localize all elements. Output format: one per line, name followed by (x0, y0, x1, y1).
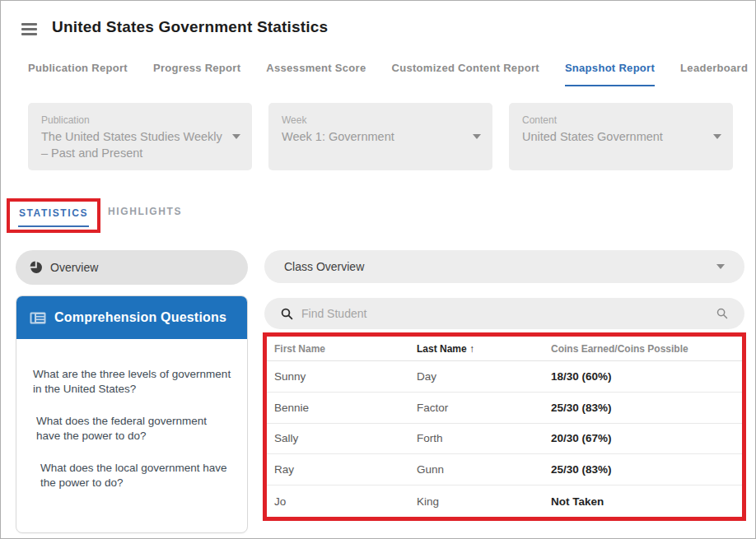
publication-dropdown-label: Publication (41, 114, 224, 126)
question-item[interactable]: What are the three levels of government … (33, 367, 232, 397)
content-dropdown-value: United States Government (522, 129, 705, 146)
cell-first-name: Bennie (274, 402, 417, 414)
cell-coins: 18/30 (60%) (551, 370, 742, 383)
comprehension-questions-card: Comprehension Questions What are the thr… (16, 295, 248, 533)
filter-row: Publication The United States Studies We… (28, 103, 733, 170)
cell-first-name: Sally (274, 432, 417, 444)
tab-assessment-score[interactable]: Assessment Score (266, 62, 366, 86)
arrow-up-icon: ↑ (469, 343, 474, 355)
class-overview-dropdown-value: Class Overview (284, 260, 716, 273)
tab-statistics-label: STATISTICS (19, 207, 88, 219)
table-row[interactable]: Sally Forth 20/30 (67%) (267, 424, 742, 455)
cell-first-name: Sunny (274, 370, 417, 383)
cell-first-name: Ray (274, 463, 417, 476)
student-table-annotation-box: First Name Last Name ↑ Coins Earned/Coin… (263, 332, 746, 521)
tab-customized-content-report[interactable]: Customized Content Report (391, 62, 539, 86)
table-header-row: First Name Last Name ↑ Coins Earned/Coin… (267, 337, 742, 361)
comprehension-questions-header: Comprehension Questions (16, 296, 247, 339)
publication-dropdown[interactable]: Publication The United States Studies We… (28, 103, 252, 170)
week-dropdown[interactable]: Week Week 1: Government (268, 103, 492, 170)
tab-snapshot-report[interactable]: Snapshot Report (565, 62, 655, 86)
cell-last-name: King (417, 495, 551, 508)
report-tabbar: Publication Report Progress Report Asses… (28, 62, 748, 86)
content-dropdown[interactable]: Content United States Government (509, 103, 733, 170)
snapshot-report-page: United States Government Statistics Publ… (0, 0, 756, 539)
comprehension-questions-title: Comprehension Questions (54, 310, 226, 325)
cell-first-name: Jo (274, 495, 417, 508)
hamburger-icon[interactable] (21, 23, 37, 35)
week-dropdown-value: Week 1: Government (282, 129, 464, 146)
cell-last-name: Gunn (417, 463, 551, 476)
chevron-down-icon (232, 134, 240, 139)
find-student-input[interactable] (301, 307, 716, 320)
week-dropdown-label: Week (282, 114, 464, 126)
cell-coins: 25/30 (83%) (551, 402, 742, 414)
question-item[interactable]: What does the local government have the … (33, 461, 232, 490)
question-list: What are the three levels of government … (16, 339, 247, 490)
tab-statistics[interactable]: STATISTICS (10, 202, 97, 230)
magnifier-icon[interactable] (716, 308, 728, 319)
cell-last-name: Day (417, 370, 551, 383)
table-row[interactable]: Jo King Not Taken (267, 486, 742, 517)
cell-last-name: Factor (417, 402, 551, 414)
tab-publication-report[interactable]: Publication Report (28, 62, 128, 86)
statistics-tab-annotation-box: STATISTICS (7, 198, 100, 233)
publication-dropdown-value: The United States Studies Weekly – Past … (41, 129, 224, 161)
class-overview-dropdown[interactable]: Class Overview (264, 250, 744, 283)
content-dropdown-label: Content (522, 114, 705, 126)
cell-coins: 25/30 (83%) (551, 463, 742, 476)
pie-chart-icon (30, 261, 43, 274)
chevron-down-icon (713, 134, 721, 139)
cell-coins: 20/30 (67%) (551, 432, 742, 444)
magnifier-icon (281, 308, 293, 320)
column-header-first-name[interactable]: First Name (274, 343, 417, 355)
tab-progress-report[interactable]: Progress Report (153, 62, 240, 86)
table-row[interactable]: Sunny Day 18/30 (60%) (267, 361, 742, 393)
question-item[interactable]: What does the federal government have th… (33, 414, 232, 444)
cell-coins: Not Taken (551, 495, 742, 508)
tab-statistics-underline (18, 225, 89, 227)
student-search-bar (264, 298, 744, 329)
chevron-down-icon (716, 264, 725, 269)
overview-button-label: Overview (50, 261, 98, 274)
page-title: United States Government Statistics (52, 18, 328, 36)
chevron-down-icon (473, 134, 481, 139)
list-icon (30, 312, 46, 324)
cell-last-name: Forth (417, 432, 551, 444)
tab-highlights[interactable]: HIGHLIGHTS (108, 206, 182, 217)
column-header-last-name[interactable]: Last Name ↑ (417, 343, 551, 355)
table-row[interactable]: Bennie Factor 25/30 (83%) (267, 393, 742, 424)
tab-leaderboard[interactable]: Leaderboard (680, 62, 748, 86)
column-header-coins[interactable]: Coins Earned/Coins Possible (551, 343, 742, 355)
table-row[interactable]: Ray Gunn 25/30 (83%) (267, 454, 742, 486)
overview-button[interactable]: Overview (16, 250, 248, 285)
